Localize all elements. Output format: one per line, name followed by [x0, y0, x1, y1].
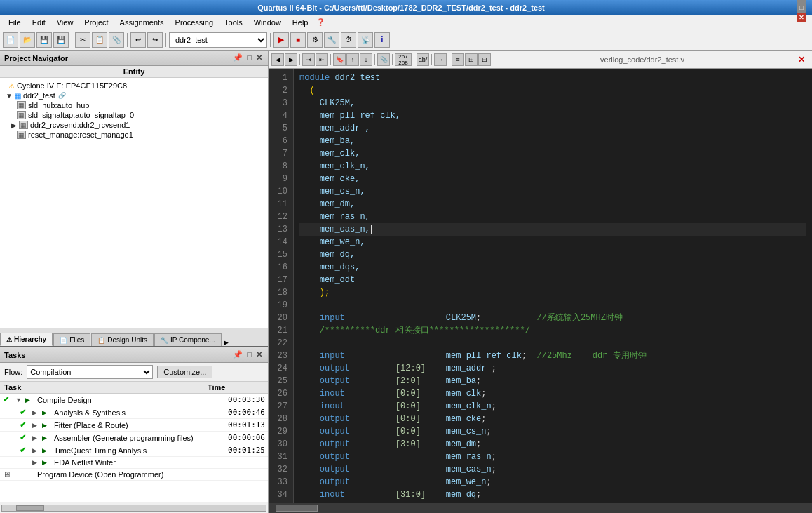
maximize-button[interactable]: □: [797, 3, 806, 13]
ed-prev-bookmark-button[interactable]: ↑: [346, 53, 359, 66]
tree-node-ddr2rcvsend[interactable]: ▶ ▦ ddr2_rcvsend:ddr2_rcvsend1: [0, 120, 268, 130]
task-expand-fitter[interactable]: ▶: [32, 422, 41, 429]
stop-button[interactable]: ■: [290, 32, 306, 48]
close-button[interactable]: ✕: [797, 13, 806, 22]
task-run-eda[interactable]: ▶: [42, 459, 52, 466]
ed-zoom1-button[interactable]: ≡: [452, 53, 464, 66]
analysis-button[interactable]: ⚙: [307, 32, 323, 48]
menu-window[interactable]: Window: [248, 17, 287, 28]
task-time-timequest: 00:01:25: [216, 446, 265, 455]
task-expand-timequest[interactable]: ▶: [32, 447, 41, 454]
tab-design-units[interactable]: 📋 Design Units: [91, 333, 154, 346]
ed-zoom3-button[interactable]: ⊟: [478, 53, 491, 66]
copy-button[interactable]: 📋: [92, 32, 107, 48]
ed-indent-button[interactable]: ⇥: [302, 53, 315, 66]
task-run-timequest[interactable]: ▶: [42, 447, 52, 454]
tasks-header: Tasks 📌 □ ✕: [0, 347, 268, 363]
new-button[interactable]: 📄: [3, 32, 18, 48]
editor-close-button[interactable]: ✕: [794, 55, 809, 65]
float-button[interactable]: □: [245, 53, 253, 62]
task-row-compile[interactable]: ✔ ▼ ▶ Compile Design 00:03:30: [0, 394, 268, 406]
task-expand-analysis[interactable]: ▶: [32, 409, 41, 416]
task-run-assembler[interactable]: ▶: [42, 434, 52, 441]
timing-button[interactable]: ⏱: [341, 32, 356, 48]
tree-node-sldhub[interactable]: ▦ sld_hub:auto_hub: [0, 100, 268, 110]
task-row-program[interactable]: 🖥 Program Device (Open Programmer): [0, 469, 268, 481]
task-time-assembler: 00:00:06: [216, 433, 265, 442]
close-panel-button[interactable]: ✕: [255, 53, 264, 62]
ed-linenum-button[interactable]: 267268: [395, 53, 412, 66]
open-button[interactable]: 📂: [20, 32, 35, 48]
menu-tools[interactable]: Tools: [219, 17, 248, 28]
task-run-compile[interactable]: ▶: [25, 397, 35, 404]
project-navigator: Project Navigator 📌 □ ✕ Entity ⚠ Cyclone…: [0, 51, 268, 347]
left-scrollbar-thumb[interactable]: [16, 505, 44, 511]
menu-assignments[interactable]: Assignments: [114, 17, 170, 28]
code-scrollbar-thumb[interactable]: [276, 505, 318, 512]
task-expand-assembler[interactable]: ▶: [32, 434, 41, 441]
menu-edit[interactable]: Edit: [27, 17, 51, 28]
save-button[interactable]: 💾: [36, 32, 52, 48]
ed-toolbar-sep2: [330, 54, 331, 65]
compile-button[interactable]: ▶: [273, 32, 289, 48]
tabs-scroll-right[interactable]: ▶: [224, 339, 229, 346]
menu-file[interactable]: File: [3, 17, 27, 28]
undo-button[interactable]: ↩: [130, 32, 146, 48]
customize-button[interactable]: Customize...: [157, 366, 212, 378]
redo-button[interactable]: ↪: [147, 32, 163, 48]
ed-zoom2-button[interactable]: ⊞: [465, 53, 478, 66]
chip-icon: ▦: [15, 92, 21, 100]
task-expand-eda[interactable]: ▶: [32, 459, 41, 466]
tree-label-sldhub: sld_hub:auto_hub: [28, 101, 89, 109]
tasks-pin-button[interactable]: 📌: [231, 350, 244, 359]
code-content[interactable]: module ddr2_test ( CLK25M, mem_pll_ref_c…: [294, 69, 812, 503]
menu-project[interactable]: Project: [79, 17, 114, 28]
prog-button[interactable]: 📡: [358, 32, 373, 48]
paste-button[interactable]: 📎: [109, 32, 124, 48]
cut-button[interactable]: ✂: [75, 32, 90, 48]
pin-button[interactable]: 📌: [231, 53, 244, 62]
ed-arrow-button[interactable]: →: [434, 53, 447, 66]
menu-processing[interactable]: Processing: [170, 17, 219, 28]
flow-select[interactable]: Compilation: [27, 365, 153, 379]
ed-back-button[interactable]: ◀: [271, 53, 284, 66]
tab-ip-components[interactable]: 🔧 IP Compone...: [154, 333, 222, 346]
fitter-button[interactable]: 🔧: [324, 32, 339, 48]
save-all-button[interactable]: 💾: [53, 32, 69, 48]
task-row-timequest[interactable]: ✔ ▶ ▶ TimeQuest Timing Analysis 00:01:25: [0, 444, 268, 457]
project-dropdown[interactable]: ddr2_test: [169, 32, 267, 48]
ed-clip-button[interactable]: 📎: [377, 53, 390, 66]
task-row-fitter[interactable]: ✔ ▶ ▶ Fitter (Place & Route) 00:01:13: [0, 419, 268, 432]
left-scrollbar-track[interactable]: [1, 505, 266, 512]
tasks-float-button[interactable]: □: [245, 350, 253, 359]
warning-icon: ⚠: [8, 82, 15, 90]
task-status-assembler: ✔: [20, 433, 31, 442]
ed-forward-button[interactable]: ▶: [285, 53, 297, 66]
code-area[interactable]: 1234567891011121314151617181920212223242…: [269, 69, 812, 503]
tasks-close-button[interactable]: ✕: [255, 350, 264, 359]
task-row-assembler[interactable]: ✔ ▶ ▶ Assembler (Generate programming fi…: [0, 432, 268, 444]
tree-label-cyclone: Cyclone IV E: EP4CE115F29C8: [17, 81, 127, 90]
task-row-eda[interactable]: ▶ ▶ EDA Netlist Writer: [0, 457, 268, 469]
left-panel-scrollbar[interactable]: [0, 502, 268, 513]
task-expand-compile[interactable]: ▼: [15, 397, 24, 404]
tree-node-resetmanage[interactable]: ▦ reset_manage:reset_manage1: [0, 130, 268, 140]
tree-node-ddr2test[interactable]: ▼ ▦ ddr2_test 🔗: [0, 91, 268, 100]
task-run-analysis[interactable]: ▶: [42, 409, 52, 416]
ed-bookmark-button[interactable]: 🔖: [333, 53, 346, 66]
info-button[interactable]: i: [374, 32, 390, 48]
ed-next-bookmark-button[interactable]: ↓: [360, 53, 372, 66]
tab-files[interactable]: 📄 Files: [53, 333, 90, 346]
task-row-analysis[interactable]: ✔ ▶ ▶ Analysis & Synthesis 00:00:46: [0, 406, 268, 419]
ed-ab-button[interactable]: ab/: [417, 53, 429, 66]
menu-help[interactable]: Help: [287, 17, 314, 28]
menu-view[interactable]: View: [51, 17, 79, 28]
tree-node-signaltap[interactable]: ▦ sld_signaltap:auto_signaltap_0: [0, 110, 268, 120]
tree-node-cyclone[interactable]: ⚠ Cyclone IV E: EP4CE115F29C8: [0, 81, 268, 91]
task-run-fitter[interactable]: ▶: [42, 422, 52, 429]
ed-outdent-button[interactable]: ⇤: [316, 53, 328, 66]
code-scrollbar[interactable]: [269, 503, 812, 513]
flow-label: Flow:: [4, 368, 22, 376]
tree-label-ddr2rcvsend: ddr2_rcvsend:ddr2_rcvsend1: [30, 121, 130, 129]
tab-hierarchy[interactable]: ⚠ Hierarchy: [0, 333, 53, 346]
